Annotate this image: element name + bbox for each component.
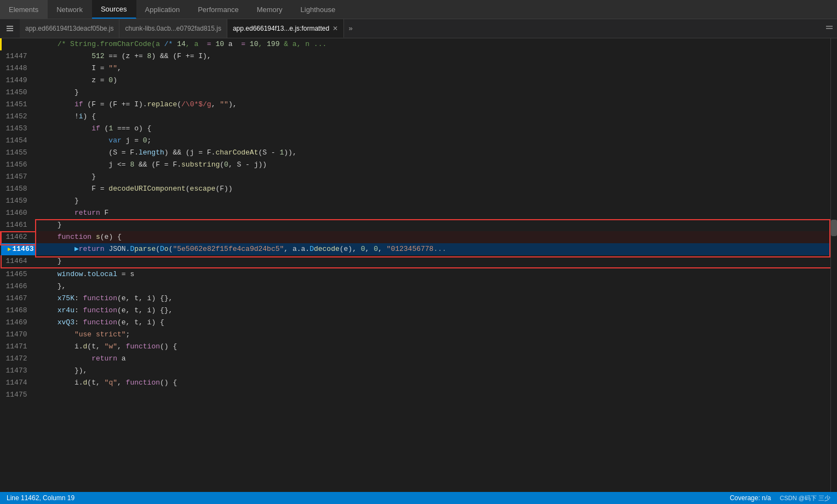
devtools-tab-bar: Elements Network Sources Application Per… [0,0,837,19]
table-row: 11464 } [1,255,831,268]
status-coverage: Coverage: n/a CSDN @码下 三少 [730,494,830,502]
table-row: 11467 x75K: function(e, t, i) {}, [1,293,831,305]
table-row: 11453 if (1 === o) { [1,123,831,135]
more-tabs-button[interactable] [822,19,837,38]
sidebar-toggle-button[interactable] [2,21,18,36]
table-row: 11449 z = 0) [1,75,831,87]
minimap-thumb[interactable] [831,220,837,236]
file-tab-close-button[interactable]: ✕ [332,25,338,32]
file-tab-chunk-libs[interactable]: chunk-libs.0acb...e0792fad815.js [119,19,227,38]
tab-sources[interactable]: Sources [92,0,136,19]
table-row: 11458 F = decodeURIComponent(escape(F)) [1,183,831,195]
table-row: 11450 } [1,87,831,99]
table-row: 11454 var j = 0; [1,135,831,147]
table-row: 11466 }, [1,280,831,293]
table-row: 11459 } [1,195,831,207]
svg-rect-4 [826,28,833,29]
table-row: 11470 "use strict"; [1,329,831,341]
table-row: 11475 [1,389,831,401]
table-row: 11456 j <= 8 && (F = F.substring(0, S - … [1,159,831,171]
file-tabs-bar: app.ed666194f13deacf05be.js chunk-libs.0… [0,19,837,38]
file-tab-app-js[interactable]: app.ed666194f13deacf05be.js [20,19,119,38]
table-row: ▶ 11463 ▶return JSON.Dparse(Do("5e5062e8… [1,243,831,255]
status-position: Line 11462, Column 19 [7,494,74,502]
svg-rect-3 [826,26,833,27]
table-row: 11474 i.d(t, "q", function() { [1,377,831,389]
table-row: 11471 i.d(t, "w", function() { [1,341,831,353]
table-row: 11468 xr4u: function(e, t, i) {}, [1,305,831,317]
table-row: 11452 !i) { [1,111,831,123]
tab-lighthouse[interactable]: Lighthouse [292,0,345,19]
table-row: 11465 window.toLocal = s [1,268,831,280]
code-lines: /* String.fromCharCode(a /* 14, a = 10 a… [0,38,830,401]
tab-application[interactable]: Application [136,0,190,19]
table-row: 11460 return F [1,207,831,219]
table-row: 11447 512 == (z += 8) && (F += I), [1,50,831,62]
tabs-overflow-button[interactable]: » [344,19,357,38]
svg-rect-1 [7,28,13,29]
file-tab-app-formatted[interactable]: app.ed666194f13...e.js:formatted ✕ [227,19,344,38]
table-row: 11462 function s(e) { [1,231,831,243]
svg-rect-2 [7,30,13,31]
code-editor[interactable]: /* String.fromCharCode(a /* 14, a = 10 a… [0,38,830,492]
status-bar: Line 11462, Column 19 Coverage: n/a CSDN… [0,492,837,504]
table-row: 11473 }), [1,365,831,377]
table-row: 11469 xvQ3: function(e, t, i) { [1,317,831,329]
tab-performance[interactable]: Performance [189,0,248,19]
svg-rect-0 [7,26,13,27]
table-row: 11472 return a [1,353,831,365]
minimap[interactable] [830,38,837,492]
table-row: 11457 } [1,171,831,183]
editor-area: /* String.fromCharCode(a /* 14, a = 10 a… [0,38,837,492]
table-row: 11455 (S = F.length) && (j = F.charCodeA… [1,147,831,159]
table-row: 11461 } [1,219,831,231]
tab-elements[interactable]: Elements [0,0,48,19]
table-row: /* String.fromCharCode(a /* 14, a = 10 a… [1,38,831,50]
tab-memory[interactable]: Memory [248,0,292,19]
table-row: 11448 I = "", [1,62,831,75]
table-row: 11451 if (F = (F += I).replace(/\0*$/g, … [1,99,831,111]
tab-network[interactable]: Network [48,0,92,19]
